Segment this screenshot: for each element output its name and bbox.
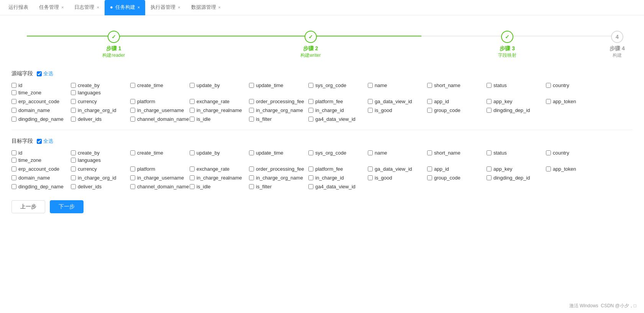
field-item-is_good[interactable]: is_good [368, 107, 427, 113]
field-checkbox-sys_org_code[interactable] [308, 150, 313, 155]
field-item-status[interactable]: status [487, 82, 546, 88]
field-item-order_processing_fee[interactable]: order_processing_fee [249, 99, 308, 104]
field-item-channel_domain_name[interactable]: channel_domain_name [130, 184, 190, 189]
field-item-app_id[interactable]: app_id [427, 166, 487, 172]
field-item-ga_data_view_id[interactable]: ga_data_view_id [368, 166, 427, 172]
target-select-all-checkbox[interactable] [37, 139, 42, 144]
field-item-in_charge_id[interactable]: in_charge_id [308, 107, 368, 113]
field-item-is_idle[interactable]: is_idle [190, 184, 249, 189]
field-checkbox-short_name[interactable] [427, 150, 432, 155]
field-checkbox-is_filter[interactable] [249, 184, 254, 189]
field-item-in_charge_org_name[interactable]: in_charge_org_name [249, 175, 308, 181]
field-item-dingding_dep_name[interactable]: dingding_dep_name [11, 116, 71, 122]
field-item-ga_data_view_id[interactable]: ga_data_view_id [368, 99, 427, 104]
field-checkbox-ga4_data_view_id[interactable] [308, 184, 313, 189]
field-checkbox-in_charge_org_id[interactable] [71, 175, 76, 180]
field-item-name[interactable]: name [368, 150, 427, 156]
field-checkbox-dingding_dep_name[interactable] [11, 117, 16, 122]
field-item-group_code[interactable]: group_code [427, 175, 487, 181]
tab-task-build[interactable]: ● 任务构建 × [105, 0, 145, 15]
field-item-erp_account_code[interactable]: erp_account_code [11, 166, 71, 172]
field-checkbox-is_idle[interactable] [190, 184, 195, 189]
field-checkbox-dingding_dep_id[interactable] [487, 175, 492, 180]
field-item-domain_name[interactable]: domain_name [11, 175, 71, 181]
field-checkbox-erp_account_code[interactable] [11, 166, 16, 171]
field-item-platform_fee[interactable]: platform_fee [308, 166, 368, 172]
field-checkbox-languages[interactable] [71, 158, 76, 163]
field-checkbox-order_processing_fee[interactable] [249, 166, 254, 171]
field-item-platform[interactable]: platform [130, 166, 190, 172]
field-checkbox-currency[interactable] [71, 99, 76, 104]
field-item-exchange_rate[interactable]: exchange_rate [190, 99, 249, 104]
next-button[interactable]: 下一步 [50, 200, 84, 213]
field-checkbox-exchange_rate[interactable] [190, 166, 195, 171]
field-checkbox-update_time[interactable] [249, 150, 254, 155]
field-item-app_id[interactable]: app_id [427, 99, 487, 104]
field-item-dingding_dep_name[interactable]: dingding_dep_name [11, 184, 71, 189]
field-checkbox-app_token[interactable] [546, 99, 551, 104]
field-item-languages[interactable]: languages [71, 157, 130, 163]
field-checkbox-sys_org_code[interactable] [308, 83, 313, 88]
field-checkbox-in_charge_id[interactable] [308, 108, 313, 113]
field-checkbox-ga4_data_view_id[interactable] [308, 117, 313, 122]
field-item-in_charge_org_id[interactable]: in_charge_org_id [71, 107, 130, 113]
field-item-in_charge_org_name[interactable]: in_charge_org_name [249, 107, 308, 113]
field-checkbox-domain_name[interactable] [11, 108, 16, 113]
field-item-is_filter[interactable]: is_filter [249, 184, 308, 189]
field-checkbox-in_charge_org_name[interactable] [249, 108, 254, 113]
field-item-country[interactable]: country [546, 150, 605, 156]
field-item-currency[interactable]: currency [71, 99, 130, 104]
field-checkbox-channel_domain_name[interactable] [130, 184, 135, 189]
field-item-languages[interactable]: languages [71, 90, 130, 96]
field-checkbox-in_charge_username[interactable] [130, 108, 135, 113]
field-checkbox-country[interactable] [546, 150, 551, 155]
field-checkbox-create_by[interactable] [71, 83, 76, 88]
field-item-group_code[interactable]: group_code [427, 107, 487, 113]
field-checkbox-in_charge_username[interactable] [130, 175, 135, 180]
field-item-in_charge_id[interactable]: in_charge_id [308, 175, 368, 181]
close-icon[interactable]: × [97, 5, 99, 10]
field-checkbox-update_time[interactable] [249, 83, 254, 88]
field-item-time_zone[interactable]: time_zone [11, 90, 71, 96]
field-checkbox-currency[interactable] [71, 166, 76, 171]
tab-datasource-mgmt[interactable]: 数据源管理 × [186, 0, 226, 15]
field-item-in_charge_username[interactable]: in_charge_username [130, 107, 190, 113]
field-checkbox-time_zone[interactable] [11, 90, 16, 95]
field-checkbox-platform_fee[interactable] [308, 166, 313, 171]
close-icon[interactable]: × [218, 5, 221, 10]
field-checkbox-is_filter[interactable] [249, 117, 254, 122]
field-checkbox-create_time[interactable] [130, 150, 135, 155]
field-item-erp_account_code[interactable]: erp_account_code [11, 99, 71, 104]
tab-executor-mgmt[interactable]: 执行器管理 × [145, 0, 185, 15]
field-checkbox-dingding_dep_id[interactable] [487, 108, 492, 113]
field-item-exchange_rate[interactable]: exchange_rate [190, 166, 249, 172]
field-item-name[interactable]: name [368, 82, 427, 88]
field-item-deliver_ids[interactable]: deliver_ids [71, 184, 130, 189]
field-item-currency[interactable]: currency [71, 166, 130, 172]
field-checkbox-erp_account_code[interactable] [11, 99, 16, 104]
field-checkbox-update_by[interactable] [190, 150, 195, 155]
field-item-platform[interactable]: platform [130, 99, 190, 104]
field-checkbox-status[interactable] [487, 83, 492, 88]
field-checkbox-languages[interactable] [71, 90, 76, 95]
field-checkbox-platform[interactable] [130, 166, 135, 171]
field-item-time_zone[interactable]: time_zone [11, 157, 71, 163]
field-checkbox-platform[interactable] [130, 99, 135, 104]
field-checkbox-ga_data_view_id[interactable] [368, 166, 373, 171]
field-checkbox-id[interactable] [11, 83, 16, 88]
field-item-deliver_ids[interactable]: deliver_ids [71, 116, 130, 122]
field-item-ga4_data_view_id[interactable]: ga4_data_view_id [308, 184, 368, 189]
field-item-create_time[interactable]: create_time [130, 82, 190, 88]
close-icon[interactable]: × [178, 5, 180, 10]
field-checkbox-in_charge_org_name[interactable] [249, 175, 254, 180]
close-icon[interactable]: × [138, 5, 140, 10]
field-checkbox-app_id[interactable] [427, 99, 432, 104]
field-checkbox-in_charge_id[interactable] [308, 175, 313, 180]
field-item-update_time[interactable]: update_time [249, 150, 308, 156]
field-checkbox-platform_fee[interactable] [308, 99, 313, 104]
field-checkbox-deliver_ids[interactable] [71, 117, 76, 122]
field-item-app_token[interactable]: app_token [546, 99, 605, 104]
field-item-in_charge_org_id[interactable]: in_charge_org_id [71, 175, 130, 181]
tab-log-mgmt[interactable]: 日志管理 × [69, 0, 104, 15]
field-checkbox-is_idle[interactable] [190, 117, 195, 122]
